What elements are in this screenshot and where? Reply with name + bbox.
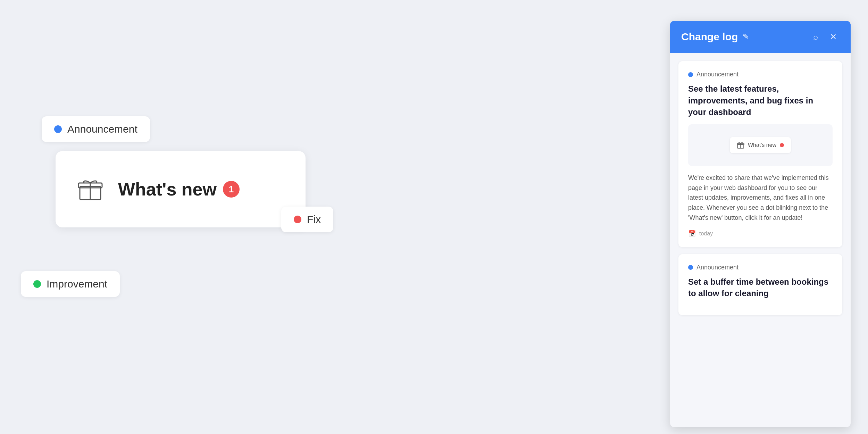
calendar-icon: 📅 [688,230,696,237]
card-0-preview: What's new [688,124,833,166]
card-1-type: Announcement [688,264,833,271]
fix-dot [294,216,301,223]
gift-icon [76,175,104,203]
panel-title: Change log [681,31,738,43]
changelog-card-1: Announcement Set a buffer time between b… [678,254,842,315]
mini-widget-notification-dot [780,143,784,147]
card-1-title: Set a buffer time between bookings to al… [688,276,833,299]
card-0-footer: 📅 today [688,230,833,237]
whats-new-label: What's new 1 [118,179,240,200]
fix-pill: Fix [281,207,333,232]
card-0-timestamp: today [699,231,713,237]
close-button[interactable]: ✕ [827,31,840,43]
mini-gift-icon [737,141,744,149]
card-0-type: Announcement [688,71,833,78]
panel-header: Change log ✎ ⌕ ✕ [670,21,851,53]
announcement-pill-label: Announcement [67,123,137,135]
edit-icon: ✎ [743,32,749,41]
announcement-pill: Announcement [42,116,150,142]
improvement-pill: Improvement [21,271,120,297]
card-1-type-dot [688,265,693,270]
card-0-type-label: Announcement [696,71,738,78]
card-0-type-dot [688,72,693,77]
card-0-body: We're excited to share that we've implem… [688,173,833,223]
panel-content[interactable]: Announcement See the latest features, im… [670,53,851,427]
mini-widget: What's new [730,137,791,153]
search-icon: ⌕ [813,32,818,42]
notification-badge: 1 [223,181,240,198]
changelog-card-0: Announcement See the latest features, im… [678,61,842,247]
card-0-title: See the latest features, improvements, a… [688,83,833,118]
improvement-dot [33,280,41,288]
announcement-dot [54,125,62,133]
fix-pill-label: Fix [307,214,321,225]
floating-items: Announcement What's new 1 [21,95,333,339]
whats-new-card[interactable]: What's new 1 [56,151,306,227]
search-button[interactable]: ⌕ [810,31,821,43]
panel-title-group: Change log ✎ [681,31,749,43]
mini-widget-label: What's new [748,142,776,148]
card-1-type-label: Announcement [696,264,738,271]
changelog-panel: Change log ✎ ⌕ ✕ Announcement See the la… [670,21,851,427]
left-area: Announcement What's new 1 [0,0,354,434]
panel-actions: ⌕ ✕ [810,31,840,43]
improvement-pill-label: Improvement [47,278,107,290]
close-icon: ✕ [830,32,837,42]
